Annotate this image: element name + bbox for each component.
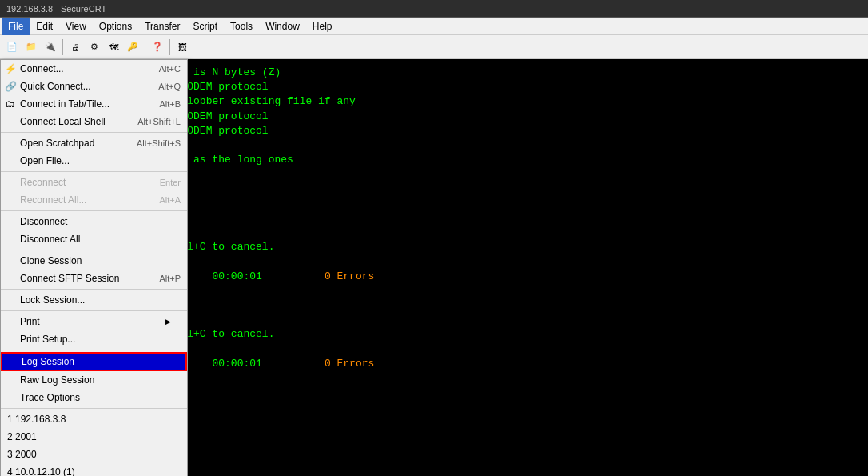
toolbar-connect-btn[interactable]: 🔌: [42, 38, 59, 56]
menu-transfer[interactable]: Transfer: [138, 18, 186, 35]
menu-recent-3[interactable]: 3 2000: [1, 446, 187, 463]
menu-recent-1[interactable]: 1 192.168.3.8: [1, 410, 187, 428]
menu-disconnect[interactable]: Disconnect: [1, 213, 187, 230]
toolbar-open-btn[interactable]: 📁: [22, 38, 40, 56]
title-bar: 192.168.3.8 - SecureCRT: [0, 0, 868, 18]
toolbar-extra-btn[interactable]: 🖼: [173, 38, 191, 56]
toolbar-settings-btn[interactable]: ⚙: [86, 38, 103, 56]
sep-5: [1, 289, 187, 290]
sep-2: [1, 171, 187, 172]
toolbar-help-btn[interactable]: ❓: [149, 38, 166, 56]
toolbar-sep-1: [62, 39, 63, 55]
toolbar-sep-3: [169, 39, 170, 55]
menu-tools[interactable]: Tools: [224, 18, 259, 35]
file-dropdown-menu: ⚡ Connect... Alt+C 🔗 Quick Connect... Al…: [0, 59, 188, 476]
menu-connect[interactable]: ⚡ Connect... Alt+C: [1, 60, 187, 78]
menu-print[interactable]: Print: [1, 313, 187, 330]
quick-connect-icon: 🔗: [4, 81, 17, 92]
menu-log-session[interactable]: Log Session: [1, 352, 187, 371]
menu-sftp-session[interactable]: Connect SFTP Session Alt+P: [1, 270, 187, 287]
menu-help[interactable]: Help: [306, 18, 339, 35]
menu-reconnect-all: Reconnect All... Alt+A: [1, 191, 187, 209]
menu-connect-shell[interactable]: Connect Local Shell Alt+Shift+L: [1, 113, 187, 130]
menu-recent-2[interactable]: 2 2001: [1, 428, 187, 446]
menu-options[interactable]: Options: [93, 18, 138, 35]
toolbar-map-btn[interactable]: 🗺: [105, 38, 122, 56]
menu-lock-session[interactable]: Lock Session...: [1, 291, 187, 309]
menu-file[interactable]: File: [2, 18, 30, 35]
toolbar: 📄 📁 🔌 🖨 ⚙ 🗺 🔑 ❓ 🖼: [0, 35, 868, 59]
connect-icon: ⚡: [4, 63, 17, 74]
sep-7: [1, 350, 187, 350]
menu-disconnect-all[interactable]: Disconnect All: [1, 230, 187, 248]
toolbar-print-btn[interactable]: 🖨: [66, 38, 84, 56]
menu-trace-options[interactable]: Trace Options: [1, 389, 187, 406]
tab-icon: 🗂: [4, 98, 17, 110]
menu-window[interactable]: Window: [259, 18, 306, 35]
menu-recent-4[interactable]: 4 10.0.12.10 (1): [1, 463, 187, 476]
main-area: -windowsize N Window is N bytes (Z) -xmo…: [0, 59, 868, 476]
menu-edit[interactable]: Edit: [30, 18, 59, 35]
menu-view[interactable]: View: [59, 18, 93, 35]
sep-8: [1, 408, 187, 409]
toolbar-new-btn[interactable]: 📄: [3, 38, 21, 56]
menu-print-setup[interactable]: Print Setup...: [1, 330, 187, 348]
title-text: 192.168.3.8 - SecureCRT: [6, 4, 106, 14]
sep-1: [1, 132, 187, 133]
menu-bar: File Edit View Options Transfer Script T…: [0, 18, 868, 35]
menu-script[interactable]: Script: [186, 18, 224, 35]
menu-scratchpad[interactable]: Open Scratchpad Alt+Shift+S: [1, 134, 187, 152]
sep-3: [1, 210, 187, 211]
toolbar-sep-2: [145, 39, 145, 55]
menu-raw-log-session[interactable]: Raw Log Session: [1, 371, 187, 389]
menu-quick-connect[interactable]: 🔗 Quick Connect... Alt+Q: [1, 78, 187, 95]
menu-reconnect: Reconnect Enter: [1, 174, 187, 191]
toolbar-key-btn[interactable]: 🔑: [124, 38, 141, 56]
menu-connect-tab[interactable]: 🗂 Connect in Tab/Tile... Alt+B: [1, 95, 187, 113]
sep-6: [1, 310, 187, 311]
sep-4: [1, 250, 187, 250]
menu-clone-session[interactable]: Clone Session: [1, 252, 187, 270]
menu-open-file[interactable]: Open File...: [1, 152, 187, 170]
